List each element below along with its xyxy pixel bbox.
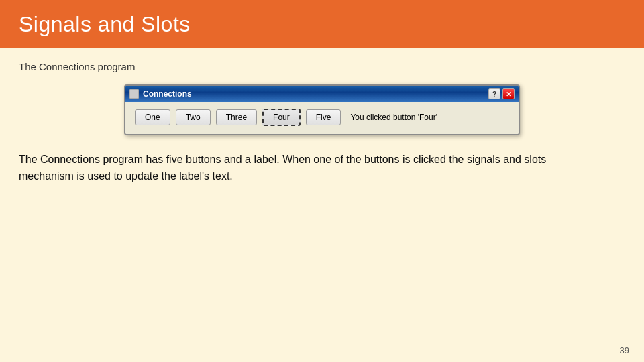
content-area: The Connections program Connections ? ✕ … [0,48,644,362]
dialog-close-button[interactable]: ✕ [502,88,515,99]
dialog-title-left: Connections [129,89,192,99]
button-one[interactable]: One [135,109,170,125]
slide: Signals and Slots The Connections progra… [0,0,644,362]
dialog-body: One Two Three Four Five You clicked butt… [125,102,519,134]
dialog-controls: ? ✕ [488,88,515,99]
description-text: The Connections program has five buttons… [19,152,596,185]
button-five[interactable]: Five [306,109,341,125]
button-four[interactable]: Four [262,109,301,126]
clicked-label: You clicked button 'Four' [350,113,437,122]
dialog-wrapper: Connections ? ✕ One Two Three Four Five … [19,84,625,135]
button-two[interactable]: Two [176,109,211,125]
subtitle: The Connections program [19,61,625,72]
dialog-titlebar: Connections ? ✕ [125,86,519,102]
slide-header: Signals and Slots [0,0,644,48]
dialog-app-icon [129,89,139,99]
slide-title: Signals and Slots [19,12,191,36]
button-three[interactable]: Three [216,109,257,125]
dialog-title-text: Connections [143,89,192,99]
page-number: 39 [620,345,629,355]
dialog-help-button[interactable]: ? [488,88,500,99]
connections-dialog: Connections ? ✕ One Two Three Four Five … [124,84,520,135]
